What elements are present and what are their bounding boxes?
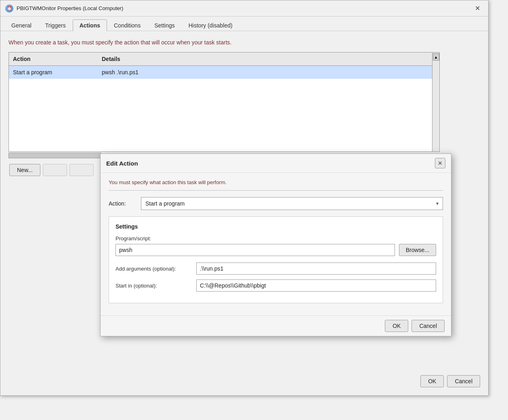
table-wrapper: Action Details Start a program pwsh .\ru… — [8, 52, 480, 152]
dialog-title: Edit Action — [106, 160, 138, 167]
browse-button[interactable]: Browse... — [399, 244, 436, 256]
tab-conditions[interactable]: Conditions — [107, 19, 147, 31]
program-input[interactable] — [115, 244, 395, 256]
delete-button[interactable] — [69, 164, 94, 176]
title-bar: ⏰ PBIGTWMOnitor Properties (Local Comput… — [0, 0, 488, 17]
app-icon: ⏰ — [5, 4, 13, 13]
dialog-footer: OK Cancel — [101, 315, 451, 336]
table-row[interactable]: Start a program pwsh .\run.ps1 — [9, 66, 432, 79]
start-in-label: Start in (optional): — [115, 283, 196, 289]
description-text: When you create a task, you must specify… — [8, 39, 480, 46]
table-empty-area — [9, 79, 432, 151]
start-in-input[interactable] — [196, 279, 436, 292]
new-button[interactable]: New... — [9, 164, 40, 176]
arguments-input[interactable] — [196, 262, 436, 275]
start-in-row: Start in (optional): — [115, 279, 436, 292]
arguments-row: Add arguments (optional): — [115, 262, 436, 275]
title-bar-left: ⏰ PBIGTWMOnitor Properties (Local Comput… — [5, 4, 123, 13]
dialog-close-button[interactable]: ✕ — [435, 158, 445, 168]
cell-action: Start a program — [9, 67, 98, 77]
tab-actions[interactable]: Actions — [73, 19, 107, 31]
edit-button[interactable] — [43, 164, 67, 176]
window-title: PBIGTWMOnitor Properties (Local Computer… — [17, 5, 123, 11]
dialog-cancel-button[interactable]: Cancel — [411, 320, 445, 332]
tabs-bar: General Triggers Actions Conditions Sett… — [0, 17, 488, 31]
tab-triggers[interactable]: Triggers — [38, 19, 73, 31]
table-scrollbar[interactable]: ▲ — [432, 52, 440, 152]
action-table: Action Details Start a program pwsh .\ru… — [8, 52, 432, 152]
main-footer: OK Cancel — [420, 375, 480, 387]
scroll-up-arrow[interactable]: ▲ — [433, 53, 439, 61]
tab-history[interactable]: History (disabled) — [182, 19, 239, 31]
action-field-label: Action: — [109, 200, 141, 207]
dialog-body: You must specify what action this task w… — [101, 173, 451, 315]
horizontal-scrollbar[interactable] — [8, 153, 101, 158]
program-field-row: Browse... — [115, 244, 436, 256]
dialog-title-bar: Edit Action ✕ — [101, 154, 451, 173]
edit-action-dialog: Edit Action ✕ You must specify what acti… — [100, 153, 451, 336]
action-dropdown[interactable]: Start a program ▾ — [141, 197, 443, 210]
action-selected-value: Start a program — [145, 200, 185, 207]
col-details: Details — [98, 55, 432, 63]
dialog-description: You must specify what action this task w… — [109, 179, 443, 185]
tab-settings[interactable]: Settings — [147, 19, 182, 31]
col-action: Action — [9, 55, 98, 63]
dialog-ok-button[interactable]: OK — [385, 320, 408, 332]
arguments-label: Add arguments (optional): — [115, 266, 196, 272]
cancel-button[interactable]: Cancel — [447, 375, 480, 387]
cell-details: pwsh .\run.ps1 — [98, 67, 432, 77]
chevron-down-icon: ▾ — [436, 201, 439, 206]
dialog-divider — [109, 190, 443, 191]
settings-title: Settings — [115, 223, 436, 230]
action-row: Action: Start a program ▾ — [109, 197, 443, 210]
table-header: Action Details — [9, 52, 432, 66]
window-close-button[interactable]: ✕ — [471, 2, 483, 15]
tab-general[interactable]: General — [4, 19, 38, 31]
ok-button[interactable]: OK — [420, 375, 444, 387]
program-label: Program/script: — [115, 235, 436, 242]
settings-box: Settings Program/script: Browse... Add a… — [109, 216, 443, 303]
